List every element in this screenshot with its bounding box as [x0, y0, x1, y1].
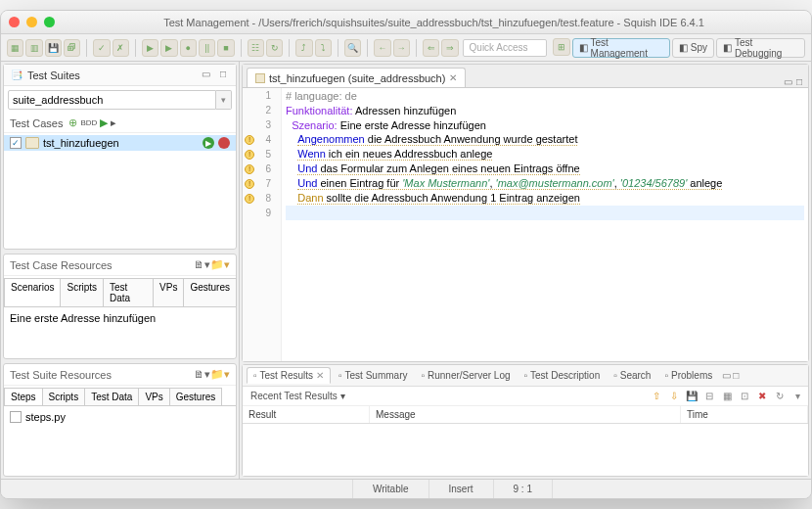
- toolbar-button[interactable]: ||: [199, 39, 215, 57]
- close-tab-icon[interactable]: ✕: [449, 72, 457, 83]
- menu-icon[interactable]: ▾: [790, 390, 804, 403]
- code-editor[interactable]: 1234!5!6!7!8!9 # language: deFunktionali…: [243, 88, 808, 361]
- actions-icon[interactable]: ▸: [111, 116, 116, 129]
- toolbar-button[interactable]: 🔍: [344, 39, 361, 57]
- down-icon[interactable]: ⇩: [667, 390, 681, 403]
- toolbar-button[interactable]: ←: [374, 39, 390, 57]
- suite-select-input[interactable]: [8, 90, 216, 110]
- bdd-icon[interactable]: BDD: [80, 118, 97, 127]
- bottom-tab[interactable]: ▫Search: [608, 368, 656, 383]
- warning-icon[interactable]: !: [245, 150, 254, 160]
- history-icon[interactable]: ↻: [773, 390, 787, 403]
- dropdown-icon[interactable]: ▾: [216, 90, 232, 110]
- toolbar-button[interactable]: ⇒: [441, 39, 458, 57]
- checkbox-icon[interactable]: ✓: [10, 137, 22, 149]
- results-table[interactable]: Result Message Time: [243, 406, 808, 476]
- resource-tab[interactable]: Scripts: [42, 388, 86, 405]
- delete-icon[interactable]: ✖: [755, 390, 769, 403]
- resource-tab[interactable]: VPs: [138, 388, 169, 405]
- code-line[interactable]: Dann sollte die Adressbuch Anwendung 1 E…: [286, 191, 804, 206]
- perspective-test-management[interactable]: ◧Test Management: [572, 38, 670, 58]
- code-line[interactable]: Angenommen die Adressbuch Anwendung wurd…: [286, 132, 804, 147]
- warning-icon[interactable]: !: [245, 135, 254, 145]
- toolbar-button[interactable]: ✗: [113, 39, 129, 57]
- editor-tab[interactable]: tst_hinzufuegen (suite_addressbuch) ✕: [247, 68, 466, 87]
- toolbar-button[interactable]: ●: [180, 39, 197, 57]
- resource-tab[interactable]: Test Data: [103, 278, 154, 306]
- toolbar-button[interactable]: ▶: [142, 39, 158, 57]
- maximize-icon[interactable]: □: [216, 69, 230, 82]
- bottom-tab[interactable]: ▫Test Description: [519, 368, 607, 383]
- warning-icon[interactable]: !: [245, 164, 254, 174]
- zoom-window-button[interactable]: [44, 17, 55, 27]
- toolbar-button[interactable]: ▶: [160, 39, 177, 57]
- toolbar-button[interactable]: ■: [217, 39, 234, 57]
- minimize-icon[interactable]: ▭: [782, 76, 794, 87]
- bottom-tab[interactable]: ▫Test Summary: [333, 368, 413, 383]
- resource-tab[interactable]: Steps: [4, 388, 43, 405]
- maximize-icon[interactable]: □: [794, 76, 804, 87]
- close-icon[interactable]: ✕: [316, 370, 324, 381]
- new-file-icon[interactable]: 🗎▾: [194, 368, 210, 381]
- clear-icon[interactable]: ▦: [720, 390, 734, 403]
- toolbar-button[interactable]: ⤴: [295, 39, 312, 57]
- warning-icon[interactable]: !: [245, 194, 254, 204]
- warning-icon[interactable]: !: [245, 179, 254, 189]
- bottom-tab[interactable]: ▫Problems: [658, 368, 718, 383]
- toolbar-button[interactable]: ⇐: [423, 39, 439, 57]
- code-line[interactable]: Und einen Eintrag für 'Max Mustermann', …: [286, 176, 804, 191]
- open-folder-icon[interactable]: 📁▾: [210, 258, 230, 271]
- code-line[interactable]: # language: de: [286, 88, 804, 103]
- resource-tab[interactable]: Scripts: [60, 278, 104, 306]
- resource-tab[interactable]: Test Data: [84, 388, 139, 405]
- open-perspective-button[interactable]: ⊞: [553, 38, 569, 56]
- maximize-icon[interactable]: □: [733, 370, 739, 381]
- toolbar-button[interactable]: ↻: [266, 39, 283, 57]
- toolbar-button[interactable]: →: [393, 39, 410, 57]
- code-line[interactable]: Szenario: Eine erste Adresse hinzufügen: [286, 117, 804, 132]
- tab-icon: ▫: [613, 370, 617, 381]
- toolbar-button[interactable]: ▦: [7, 39, 23, 57]
- resource-item[interactable]: steps.py: [10, 410, 230, 424]
- record-test-button[interactable]: [218, 137, 230, 149]
- run-icon[interactable]: ▶: [100, 116, 108, 129]
- column-header[interactable]: Result: [243, 406, 370, 423]
- recent-results-dropdown[interactable]: Recent Test Results ▾: [247, 391, 345, 401]
- resource-tab[interactable]: Gestures: [183, 278, 237, 306]
- close-window-button[interactable]: [9, 17, 20, 27]
- run-test-button[interactable]: ▶: [203, 137, 214, 149]
- perspective-test-debugging[interactable]: ◧Test Debugging: [716, 38, 805, 58]
- bottom-tab[interactable]: ▫Runner/Server Log: [415, 368, 516, 383]
- filter-icon[interactable]: ⊟: [702, 390, 716, 403]
- toolbar-button[interactable]: 🗊: [64, 39, 80, 57]
- test-case-item[interactable]: ✓ tst_hinzufuegen ▶: [4, 135, 236, 151]
- perspective-spy[interactable]: ◧Spy: [672, 38, 714, 58]
- toolbar-button[interactable]: ▥: [25, 39, 42, 57]
- quick-access-input[interactable]: Quick Access: [463, 39, 548, 57]
- code-line[interactable]: [286, 206, 804, 220]
- column-header[interactable]: Time: [681, 406, 808, 423]
- new-icon[interactable]: ⊕: [68, 116, 77, 129]
- new-file-icon[interactable]: 🗎▾: [194, 258, 210, 271]
- collapse-icon[interactable]: ⊡: [738, 390, 751, 403]
- toolbar-button[interactable]: 💾: [45, 39, 62, 57]
- open-folder-icon[interactable]: 📁▾: [210, 368, 230, 381]
- toolbar-button[interactable]: ⤵: [315, 39, 332, 57]
- resource-item[interactable]: Eine erste Adresse hinzufügen: [10, 311, 230, 325]
- toolbar-button[interactable]: ☷: [248, 39, 264, 57]
- minimize-window-button[interactable]: [26, 17, 37, 27]
- save-icon[interactable]: 💾: [685, 390, 699, 403]
- panel-title: Test Suites: [27, 69, 80, 81]
- resource-tab[interactable]: VPs: [153, 278, 184, 306]
- up-icon[interactable]: ⇧: [650, 390, 663, 403]
- minimize-icon[interactable]: ▭: [199, 69, 212, 82]
- code-line[interactable]: Wenn ich ein neues Addressbuch anlege: [286, 147, 804, 162]
- resource-tab[interactable]: Gestures: [169, 388, 223, 405]
- toolbar-button[interactable]: ✓: [93, 39, 110, 57]
- code-line[interactable]: Und das Formular zum Anlegen eines neuen…: [286, 162, 804, 176]
- code-line[interactable]: Funktionalität: Adressen hinzufügen: [286, 103, 804, 117]
- bottom-tab[interactable]: ▫Test Results ✕: [247, 367, 331, 384]
- resource-tab[interactable]: Scenarios: [4, 278, 61, 306]
- minimize-icon[interactable]: ▭: [722, 370, 731, 381]
- column-header[interactable]: Message: [370, 406, 681, 423]
